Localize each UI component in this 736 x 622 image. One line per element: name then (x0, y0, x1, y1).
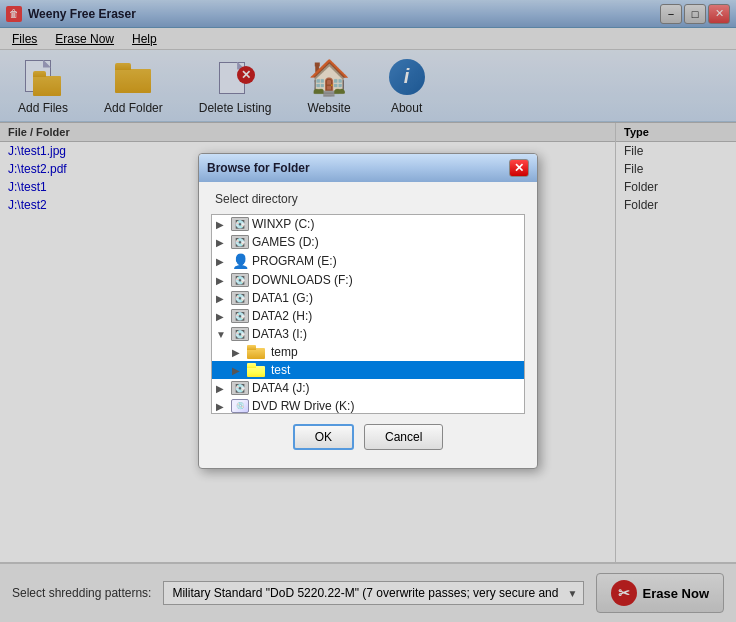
tree-label-downloads: DOWNLOADS (F:) (252, 273, 353, 287)
drive-icon: 💽 (231, 381, 249, 395)
tree-item-data2[interactable]: ▶ 💽 DATA2 (H:) (212, 307, 524, 325)
tree-item-data4[interactable]: ▶ 💽 DATA4 (J:) (212, 379, 524, 397)
drive-icon: 💽 (231, 235, 249, 249)
tree-label-data4: DATA4 (J:) (252, 381, 310, 395)
tree-item-winxp[interactable]: ▶ 💽 WINXP (C:) (212, 215, 524, 233)
tree-arrow-dvd[interactable]: ▶ (216, 401, 228, 412)
dialog-close-button[interactable]: ✕ (509, 159, 529, 177)
dialog-buttons: OK Cancel (211, 414, 525, 458)
dialog-ok-button[interactable]: OK (293, 424, 354, 450)
tree-arrow-test[interactable]: ▶ (232, 365, 244, 376)
drive-icon: 💽 (231, 273, 249, 287)
tree-label-dvd: DVD RW Drive (K:) (252, 399, 354, 413)
tree-label-temp: temp (271, 345, 298, 359)
tree-item-temp[interactable]: ▶ temp (212, 343, 524, 361)
tree-item-games[interactable]: ▶ 💽 GAMES (D:) (212, 233, 524, 251)
tree-arrow-data2[interactable]: ▶ (216, 311, 228, 322)
tree-label-data2: DATA2 (H:) (252, 309, 312, 323)
tree-arrow-data1[interactable]: ▶ (216, 293, 228, 304)
dialog-body: Select directory ▶ 💽 WINXP (C:) ▶ 💽 GAME… (199, 182, 537, 468)
tree-label-data1: DATA1 (G:) (252, 291, 313, 305)
dialog-title: Browse for Folder (207, 161, 310, 175)
drive-icon: 💽 (231, 217, 249, 231)
folder-icon-test (247, 363, 265, 377)
tree-arrow-data4[interactable]: ▶ (216, 383, 228, 394)
drive-icon: 💽 (231, 291, 249, 305)
drive-icon: 💽 (231, 309, 249, 323)
tree-item-data3[interactable]: ▼ 💽 DATA3 (I:) (212, 325, 524, 343)
tree-arrow-temp[interactable]: ▶ (232, 347, 244, 358)
tree-label-program: PROGRAM (E:) (252, 254, 337, 268)
dialog-cancel-button[interactable]: Cancel (364, 424, 443, 450)
tree-label-test: test (271, 363, 290, 377)
dialog-subtitle: Select directory (211, 192, 525, 206)
tree-label-data3: DATA3 (I:) (252, 327, 307, 341)
browse-dialog: Browse for Folder ✕ Select directory ▶ 💽… (198, 153, 538, 469)
tree-arrow-downloads[interactable]: ▶ (216, 275, 228, 286)
tree-item-program[interactable]: ▶ 👤 PROGRAM (E:) (212, 251, 524, 271)
drive-icon: 💽 (231, 327, 249, 341)
dvd-icon: 💿 (231, 399, 249, 413)
tree-label-winxp: WINXP (C:) (252, 217, 314, 231)
dialog-title-bar: Browse for Folder ✕ (199, 154, 537, 182)
tree-item-test[interactable]: ▶ test (212, 361, 524, 379)
tree-label-games: GAMES (D:) (252, 235, 319, 249)
tree-arrow-games[interactable]: ▶ (216, 237, 228, 248)
tree-arrow-data3[interactable]: ▼ (216, 329, 228, 340)
modal-overlay: Browse for Folder ✕ Select directory ▶ 💽… (0, 0, 736, 622)
tree-arrow-winxp[interactable]: ▶ (216, 219, 228, 230)
tree-item-data1[interactable]: ▶ 💽 DATA1 (G:) (212, 289, 524, 307)
folder-tree[interactable]: ▶ 💽 WINXP (C:) ▶ 💽 GAMES (D:) ▶ 👤 PROGRA… (211, 214, 525, 414)
tree-item-dvd[interactable]: ▶ 💿 DVD RW Drive (K:) (212, 397, 524, 414)
tree-arrow-program[interactable]: ▶ (216, 256, 228, 267)
tree-item-downloads[interactable]: ▶ 💽 DOWNLOADS (F:) (212, 271, 524, 289)
folder-icon-temp (247, 345, 265, 359)
drive-person-icon: 👤 (231, 253, 249, 269)
